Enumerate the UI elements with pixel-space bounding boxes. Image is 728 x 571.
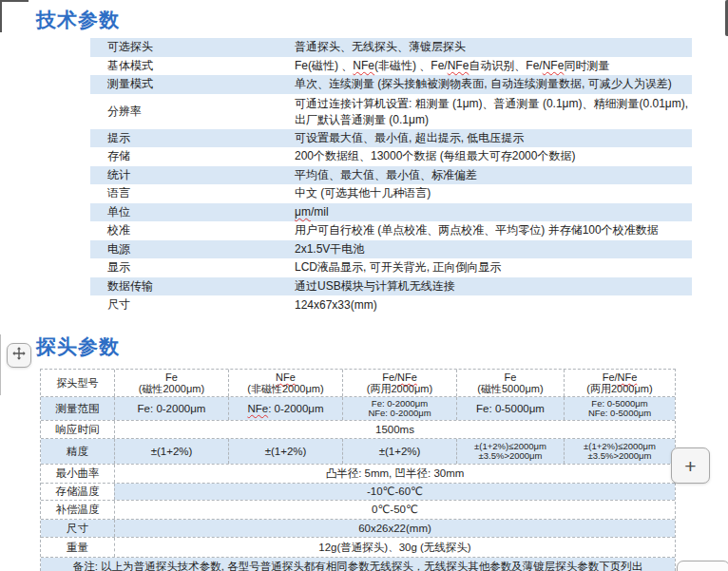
spec-row: 显示LCD液晶显示, 可开关背光, 正向倒向显示: [90, 258, 692, 277]
cell-line: Fe: [505, 371, 517, 384]
spec-label: 存储: [90, 147, 295, 166]
cell-line: (非磁性2000μm): [247, 383, 323, 395]
cell-line: Fe: [165, 371, 178, 384]
spec-row: 电源2x1.5V干电池: [90, 240, 692, 259]
cell-line: Fe: 0-2000μm: [138, 403, 206, 415]
text-segment: 通过USB模块与计算机无线连接: [295, 278, 455, 295]
text-segment: 可通过连接计算机设置: 粗测量 (1μm)、普通测量 (0.1μm)、精细测量(…: [295, 97, 688, 110]
table-move-handle[interactable]: [7, 343, 31, 368]
probe-cell: ±(1+2%): [228, 439, 342, 464]
probe-col-header: Fe/NFe(两用2000μm): [564, 370, 675, 396]
move-cross-icon: [11, 346, 27, 365]
spec-row: 单位μm/mil: [90, 203, 692, 222]
cell-line: (两用2000μm): [367, 383, 432, 395]
add-row-button-partial[interactable]: [677, 561, 728, 571]
text-segment: (非磁性) 、Fe/: [374, 58, 448, 74]
text-segment: 普通探头、无线探头、薄镀层探头: [295, 39, 466, 55]
section-title-tech: 技术参数: [36, 7, 120, 33]
text-segment: Fe: 0-2000μm: [138, 403, 206, 414]
probe-row: 精度±(1+2%)±(1+2%)±(1+2%)±(1+2%)≤2000μm±3.…: [41, 438, 675, 464]
cell-line: ±(1+2%): [151, 446, 193, 458]
probe-row: 最小曲率凸半径: 5mm, 凹半径: 30mm: [41, 464, 675, 483]
text-segment: ±(1+2%): [151, 446, 193, 457]
text-segment: ±(1+2%): [265, 446, 307, 457]
probe-cell: ±(1+2%): [342, 439, 456, 464]
probe-note-row: 备注: 以上为普通探头技术参数, 各型号普通探头都有相同参数无线探头，无线探头其…: [41, 557, 675, 571]
spec-label: 数据传输: [90, 277, 295, 296]
spec-label: 可选探头: [90, 38, 295, 57]
cell-line: NFe: 0-5000μm: [588, 409, 651, 419]
add-column-button[interactable]: +: [671, 447, 710, 484]
text-segment: ±3.5%>2000μm: [479, 450, 543, 461]
misspelled-text: NFe: [618, 371, 638, 383]
probe-span-cell: 1500ms: [114, 421, 675, 438]
text-segment: 平均值、最大值、最小值、标准偏差: [295, 167, 477, 183]
text-segment: 可设置最大值、最小值, 超出提示, 低电压提示: [295, 130, 524, 146]
spec-row: 存储200个数据组、13000个数据 (每组最大可存2000个数据): [90, 147, 692, 166]
cell-line: 12g(普通探头)、30g (无线探头): [318, 542, 470, 554]
probe-header-row: 探头型号Fe(磁性2000μm)NFe(非磁性2000μm)Fe/NFe(两用2…: [41, 370, 675, 396]
cell-line: ±(1+2%): [265, 446, 307, 458]
spec-row: 测量模式单次、连续测量 (探头接触被测物表面, 自动连续测量数据, 可减少人为误…: [90, 75, 692, 94]
spec-value: 可通过连接计算机设置: 粗测量 (1μm)、普通测量 (0.1μm)、精细测量(…: [295, 94, 692, 129]
cell-line: NFe: 0-2000μm: [368, 409, 431, 419]
spec-row: 语言中文 (可选其他十几种语言): [90, 184, 692, 203]
text-segment: 出厂默认普通测量 (0.1μm): [295, 113, 429, 126]
text-segment: (两用2000μm): [586, 383, 652, 394]
probe-col-header: Fe(磁性5000μm): [456, 370, 564, 396]
text-segment: 124x67x33(mm): [295, 298, 377, 312]
text-segment: ±3.5%>2000μm: [588, 450, 652, 461]
cell-line: Fe/NFe: [603, 371, 638, 384]
spec-row: 分辨率可通过连接计算机设置: 粗测量 (1μm)、普通测量 (0.1μm)、精细…: [90, 94, 692, 129]
spec-label: 统计: [90, 166, 295, 185]
misspelled-text: NFe: [353, 59, 374, 72]
probe-cell: ±(1+2%): [114, 439, 228, 464]
cell-line: Fe/NFe: [382, 371, 417, 384]
text-segment: 自动识别、Fe/: [469, 58, 542, 74]
cell-line: 60x26x22(mm): [358, 523, 431, 535]
probe-span-cell: 12g(普通探头)、30g (无线探头): [114, 538, 675, 557]
probe-col-header: NFe(非磁性2000μm): [228, 370, 342, 396]
probe-row: 重量12g(普通探头)、30g (无线探头): [41, 537, 675, 557]
spec-label: 基体模式: [90, 57, 295, 76]
text-segment: Fe: [505, 371, 517, 383]
spec-value: 2x1.5V干电池: [295, 240, 692, 259]
spec-value: LCD液晶显示, 可开关背光, 正向倒向显示: [295, 258, 692, 277]
text-segment: 同时测量: [564, 58, 609, 74]
spec-label: 语言: [90, 184, 295, 203]
probe-row-label: 重量: [41, 538, 114, 557]
spec-row: 提示可设置最大值、最小值, 超出提示, 低电压提示: [90, 129, 692, 148]
text-segment: 中文 (可选其他十几种语言): [295, 185, 431, 201]
text-segment: : 0-2000μm: [268, 403, 323, 414]
misspelled-text: NFe: [247, 403, 268, 414]
text-segment: (两用2000μm): [367, 383, 432, 394]
text-segment: Fe/: [382, 371, 397, 383]
text-segment: 60x26x22(mm): [358, 523, 431, 534]
spec-value: 中文 (可选其他十几种语言): [295, 184, 692, 203]
spec-label: 测量模式: [90, 75, 295, 94]
text-segment: ±(1+2%): [379, 446, 421, 457]
probe-cell: ±(1+2%)≤2000μm±3.5%>2000μm: [456, 439, 564, 464]
text-segment: (非磁性2000μm): [247, 383, 323, 394]
probe-row-label: 响应时间: [41, 421, 114, 438]
cell-line: NFe: 0-2000μm: [247, 403, 323, 415]
text-segment: Fe: [165, 371, 178, 383]
probe-row-label: 补偿温度: [41, 501, 114, 519]
probe-span-cell: 凸半径: 5mm, 凹半径: 30mm: [114, 465, 675, 483]
spec-value: 200个数据组、13000个数据 (每组最大可存2000个数据): [295, 147, 692, 166]
tech-spec-table: 可选探头普通探头、无线探头、薄镀层探头基体模式Fe(磁性) 、NFe(非磁性) …: [90, 38, 692, 314]
spec-value: 可设置最大值、最小值, 超出提示, 低电压提示: [295, 129, 692, 148]
cell-line: -10℃-60℃: [367, 485, 423, 498]
spec-value: Fe(磁性) 、NFe(非磁性) 、Fe/NFe自动识别、Fe/NFe同时测量: [295, 57, 692, 76]
spec-value: 124x67x33(mm): [295, 295, 692, 314]
text-segment: ±(1+2%)≤2000μm: [474, 441, 546, 451]
text-segment: Fe(磁性) 、: [295, 58, 353, 74]
probe-row: 尺寸60x26x22(mm): [41, 519, 675, 537]
spec-row: 基体模式Fe(磁性) 、NFe(非磁性) 、Fe/NFe自动识别、Fe/NFe同…: [90, 57, 692, 76]
spec-row: 校准用户可自行校准 (单点校准、两点校准、平均零位) 并存储100个校准数据: [90, 221, 692, 240]
misspelled-text: NFe: [448, 59, 469, 72]
text-segment: Fe/: [603, 371, 618, 383]
probe-cell: Fe: 0-5000μmNFe: 0-5000μm: [564, 397, 675, 420]
probe-span-cell: -10℃-60℃: [114, 484, 675, 500]
window-edge-artifact: [0, 0, 29, 2]
